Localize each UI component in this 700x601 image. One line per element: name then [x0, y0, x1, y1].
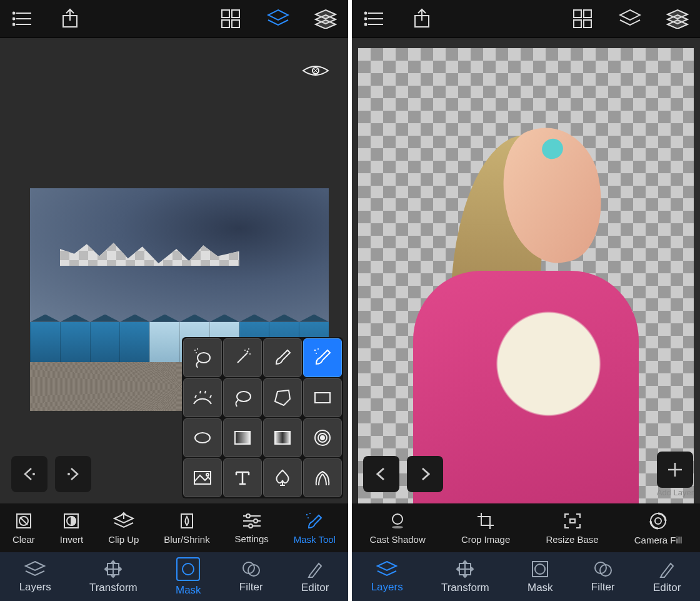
share-icon[interactable] [411, 8, 433, 30]
tab-mask[interactable]: Mask [524, 557, 557, 597]
svg-rect-41 [235, 432, 250, 444]
svg-point-31 [318, 348, 319, 350]
brush-icon[interactable] [263, 338, 302, 377]
svg-point-82 [365, 13, 367, 14]
tab-mask[interactable]: Mask [172, 555, 205, 599]
camerafill-button[interactable]: Camera Fill [634, 511, 682, 545]
svg-line-34 [200, 391, 201, 393]
layers-outline-icon[interactable] [619, 8, 641, 30]
svg-point-19 [32, 473, 35, 475]
undo-button[interactable] [363, 456, 399, 492]
tab-transform[interactable]: Transform [438, 557, 493, 597]
svg-marker-102 [378, 562, 396, 570]
tab-editor[interactable]: Editor [649, 557, 684, 597]
svg-point-29 [248, 348, 249, 350]
grid-icon[interactable] [219, 8, 242, 30]
svg-point-3 [13, 13, 15, 14]
svg-point-101 [655, 518, 661, 524]
image-icon[interactable] [183, 458, 222, 497]
gradient-vert-icon[interactable] [223, 418, 262, 457]
svg-point-23 [197, 348, 198, 350]
canvas-area-left[interactable] [0, 38, 348, 503]
svg-point-71 [308, 517, 309, 518]
svg-rect-99 [570, 519, 575, 523]
masktool-button[interactable]: Mask Tool [294, 512, 336, 545]
svg-marker-38 [275, 390, 290, 405]
invert-button[interactable]: Invert [60, 512, 84, 545]
svg-point-4 [13, 18, 15, 20]
svg-point-67 [254, 519, 258, 523]
tab-layers[interactable]: Layers [368, 558, 407, 596]
ellipse-icon[interactable] [183, 418, 222, 457]
magic-brush-icon[interactable] [303, 338, 342, 377]
list-icon[interactable] [363, 8, 386, 30]
svg-rect-87 [574, 10, 581, 18]
svg-line-57 [20, 517, 28, 525]
tab-editor[interactable]: Editor [298, 557, 332, 597]
canvas-area-right[interactable]: Add Layer [352, 38, 700, 503]
grid-icon[interactable] [571, 8, 594, 30]
gradient-horiz-icon[interactable] [263, 418, 302, 457]
tab-transform[interactable]: Transform [86, 557, 141, 597]
visibility-icon[interactable] [302, 62, 329, 79]
layer-image[interactable] [358, 48, 694, 503]
blurshrink-button[interactable]: Blur/Shrink [164, 512, 209, 545]
midbar-left: Clear Invert Clip Up Blur/Shrink Setting… [0, 503, 348, 552]
svg-point-76 [182, 563, 194, 575]
clear-button[interactable]: Clear [12, 512, 35, 545]
lasso-icon[interactable] [223, 378, 262, 417]
arc-icon[interactable] [183, 378, 222, 417]
svg-rect-8 [222, 10, 229, 18]
svg-point-26 [247, 351, 249, 353]
clipup-button[interactable]: Clip Up [108, 512, 139, 545]
svg-marker-72 [26, 562, 44, 570]
cropimage-button[interactable]: Crop Image [461, 512, 510, 545]
layers-stack-icon[interactable] [666, 8, 689, 30]
svg-point-107 [535, 564, 545, 574]
tab-filter[interactable]: Filter [236, 558, 267, 596]
undo-button[interactable] [11, 456, 48, 492]
masked-region [60, 241, 239, 265]
add-layer-button[interactable]: Add Layer [657, 452, 694, 497]
polygon-icon[interactable] [263, 378, 302, 417]
pane-left: Clear Invert Clip Up Blur/Shrink Setting… [0, 0, 348, 601]
tab-layers[interactable]: Layers [16, 558, 55, 596]
svg-rect-89 [574, 20, 581, 28]
svg-point-40 [195, 433, 210, 443]
svg-point-20 [68, 473, 70, 475]
svg-point-83 [365, 18, 367, 20]
magic-wand-icon[interactable] [223, 338, 262, 377]
subject-cutout [392, 103, 661, 503]
svg-line-36 [210, 395, 211, 398]
mask-tool-grid [182, 337, 343, 498]
svg-line-25 [238, 353, 248, 363]
castshadow-button[interactable]: Cast Shadow [370, 512, 426, 545]
layers-outline-icon[interactable] [267, 8, 289, 30]
rectangle-icon[interactable] [303, 378, 342, 417]
svg-point-97 [392, 514, 402, 524]
layers-stack-icon[interactable] [314, 8, 337, 30]
svg-point-27 [249, 353, 251, 355]
spade-icon[interactable] [263, 458, 302, 497]
svg-rect-88 [584, 10, 591, 18]
svg-line-35 [205, 391, 206, 393]
svg-line-33 [195, 395, 196, 398]
redo-button[interactable] [407, 456, 443, 492]
bottombar-right: Layers Transform Mask Filter Editor [352, 552, 700, 601]
resizebase-button[interactable]: Resize Base [546, 512, 598, 545]
settings-button[interactable]: Settings [235, 512, 269, 544]
magic-lasso-icon[interactable] [183, 338, 222, 377]
share-icon[interactable] [59, 8, 81, 30]
tab-filter[interactable]: Filter [588, 558, 619, 596]
topbar [0, 0, 348, 38]
text-icon[interactable] [223, 458, 262, 497]
svg-point-45 [321, 436, 324, 440]
svg-marker-91 [620, 10, 640, 20]
redo-button[interactable] [55, 456, 91, 492]
radial-icon[interactable] [303, 418, 342, 457]
list-icon[interactable] [11, 8, 34, 30]
topbar [352, 0, 700, 38]
pane-right: Add Layer Cast Shadow Crop Image Resize … [352, 0, 700, 601]
svg-point-84 [365, 24, 367, 26]
hair-icon[interactable] [303, 458, 342, 497]
